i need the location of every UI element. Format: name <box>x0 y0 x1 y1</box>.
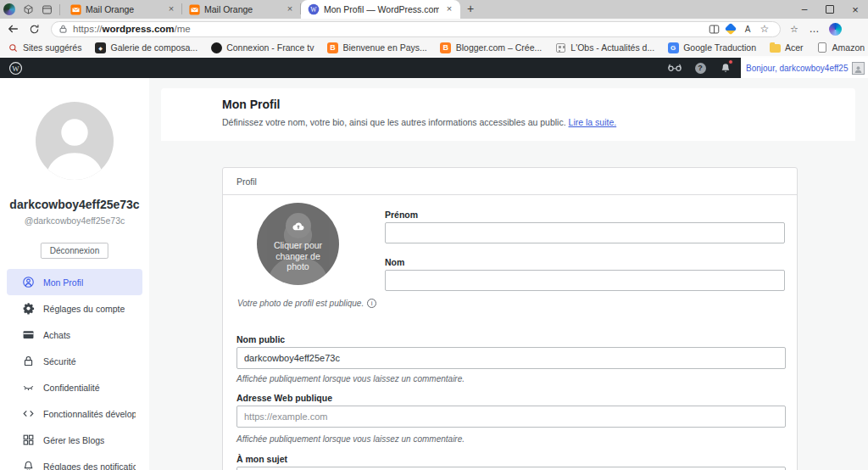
upload-cloud-icon <box>286 213 311 238</box>
bookmark-france-tv[interactable]: Connexion - France tv <box>210 42 314 53</box>
bookmark-sites-suggeres[interactable]: Sites suggérés <box>7 42 81 53</box>
sidebar-item-reglages-des-notifications[interactable]: Réglages des notifications <box>7 453 142 470</box>
bookmark-lobs[interactable]: L'Obs - Actualités d... <box>554 42 654 53</box>
bookmarks-bar: Sites suggérés Galerie de composa... Con… <box>0 39 868 58</box>
change-photo-button[interactable]: Cliquer pour changer de photo <box>257 203 339 285</box>
blogger-icon <box>440 42 452 53</box>
last-name-input[interactable] <box>385 270 785 291</box>
workspaces-icon[interactable] <box>19 0 37 19</box>
sidebar-item-mon-profil[interactable]: Mon Profil <box>7 269 142 295</box>
tab-mail-orange-1[interactable]: Mail Orange <box>64 0 182 19</box>
tab-wordpress-active[interactable]: W Mon Profil — WordPress.com <box>301 0 460 19</box>
favorite-star-icon[interactable] <box>756 21 773 36</box>
favorites-list-icon[interactable] <box>786 21 803 36</box>
minimize-button[interactable] <box>792 0 817 19</box>
sidebar-menu: Mon Profil Réglages du compte Achats Séc… <box>0 269 149 470</box>
refresh-button[interactable] <box>24 20 44 37</box>
tab-mail-orange-2[interactable]: Mail Orange <box>182 0 301 19</box>
profile-card: Profil Cliquer pour changer de photo Vot… <box>222 167 798 470</box>
wordpress-icon: W <box>308 3 320 15</box>
avatar[interactable] <box>36 102 114 180</box>
tab-title: Mail Orange <box>204 4 280 14</box>
sidebar-item-securite[interactable]: Sécurité <box>7 348 142 374</box>
public-web-input[interactable] <box>236 406 786 428</box>
maximize-button[interactable] <box>817 0 843 19</box>
new-tab-button[interactable] <box>460 0 481 19</box>
sidebar-item-gerer-les-blogs[interactable]: Gérer les Blogs <box>7 427 142 453</box>
wp-admin-bar-icons <box>666 59 734 76</box>
back-button[interactable] <box>3 20 24 37</box>
info-icon[interactable] <box>367 299 376 308</box>
sidebar: darkcowboy4eff25e73c @darkcowboy4eff25e7… <box>0 78 149 470</box>
about-label: À mon sujet <box>236 454 287 464</box>
search-icon <box>7 42 19 53</box>
wordpress-logo-icon[interactable]: W <box>7 59 24 76</box>
lock-icon <box>58 24 68 34</box>
google-translate-icon <box>667 42 679 53</box>
bookmark-galerie[interactable]: Galerie de composa... <box>94 42 198 53</box>
tab-strip: Mail Orange Mail Orange W Mon Profil — W… <box>0 0 868 19</box>
eye-icon <box>22 381 35 394</box>
tab-actions-icon[interactable] <box>37 0 56 19</box>
change-photo-label: Cliquer pour changer de photo <box>257 240 339 272</box>
bookmark-acer[interactable]: Acer <box>769 42 804 53</box>
public-name-input[interactable] <box>236 347 786 369</box>
bell-icon <box>22 460 35 470</box>
browser-window: Mail Orange Mail Orange W Mon Profil — W… <box>0 0 868 470</box>
bookmark-amazon[interactable]: Amazon <box>816 42 865 53</box>
blogger-icon <box>327 42 339 53</box>
display-name: darkcowboy4eff25e73c <box>0 198 149 211</box>
read-aloud-icon[interactable] <box>739 21 756 36</box>
page-header: Mon Profil Définissez votre nom, votre b… <box>161 88 855 141</box>
split-screen-icon[interactable] <box>705 21 722 36</box>
sidebar-item-achats[interactable]: Achats <box>7 322 142 348</box>
tab-title: Mail Orange <box>86 4 161 14</box>
about-textarea[interactable] <box>236 467 786 470</box>
shopping-icon[interactable] <box>722 21 739 36</box>
address-bar[interactable]: https://wordpress.com/me <box>51 21 781 37</box>
sidebar-item-confidentialite[interactable]: Confidentialité <box>7 374 142 400</box>
url-text: https://wordpress.com/me <box>73 24 705 34</box>
tab-close-icon[interactable] <box>443 3 455 15</box>
page-subtitle: Définissez votre nom, votre bio, ainsi q… <box>222 117 616 127</box>
logout-button[interactable]: Déconnexion <box>41 243 108 259</box>
copilot-icon[interactable] <box>826 21 843 36</box>
sidebar-item-fonctionnalites-developpeur[interactable]: Fonctionnalités développeur <box>7 400 142 427</box>
settings-menu-icon[interactable] <box>806 21 823 36</box>
username-handle: @darkcowboy4eff25e73c <box>0 215 149 226</box>
page-title: Mon Profil <box>222 98 280 111</box>
public-name-helper: Affichée publiquement lorsque vous laiss… <box>236 374 465 383</box>
svg-text:W: W <box>310 6 317 14</box>
grid-icon <box>22 434 35 446</box>
wp-admin-bar-left: W <box>0 58 741 78</box>
bookmark-google-traduction[interactable]: Google Traduction <box>667 42 756 53</box>
sidebar-item-reglages-du-compte[interactable]: Réglages du compte <box>7 295 142 322</box>
page-icon <box>816 42 828 53</box>
france-tv-icon <box>210 42 222 53</box>
first-name-input[interactable] <box>385 222 785 243</box>
read-more-link[interactable]: Lire la suite. <box>569 117 617 127</box>
browser-profile-button[interactable] <box>0 0 19 19</box>
profile-avatar-icon <box>3 3 15 15</box>
notifications-bell-icon[interactable] <box>717 59 734 76</box>
user-icon <box>22 276 35 288</box>
main-content: Mon Profil Définissez votre nom, votre b… <box>149 78 868 470</box>
wp-admin-bar-account[interactable]: Bonjour, darkcowboy4eff25e73c <box>741 58 868 78</box>
bookmark-bienvenue[interactable]: Bienvenue en Pays... <box>327 42 427 53</box>
reader-icon[interactable] <box>666 59 683 76</box>
tab-close-icon[interactable] <box>284 3 296 15</box>
tab-close-icon[interactable] <box>165 3 177 15</box>
close-button[interactable] <box>843 0 868 19</box>
page-body: darkcowboy4eff25e73c @darkcowboy4eff25e7… <box>0 78 868 470</box>
wp-admin-bar: W Bonjour, darkcowboy4eff25e73c <box>0 58 868 78</box>
avatar-public-note: Votre photo de profil est publique. <box>237 299 376 308</box>
account-avatar <box>852 62 865 75</box>
toolbar-right <box>786 21 843 36</box>
first-name-label: Prénom <box>385 210 418 220</box>
folder-icon <box>769 42 781 53</box>
window-controls <box>792 0 868 19</box>
help-icon[interactable] <box>692 59 709 76</box>
card-header: Profil <box>223 168 797 195</box>
credit-card-icon <box>22 328 35 341</box>
bookmark-blogger[interactable]: Blogger.com – Crée... <box>440 42 542 53</box>
